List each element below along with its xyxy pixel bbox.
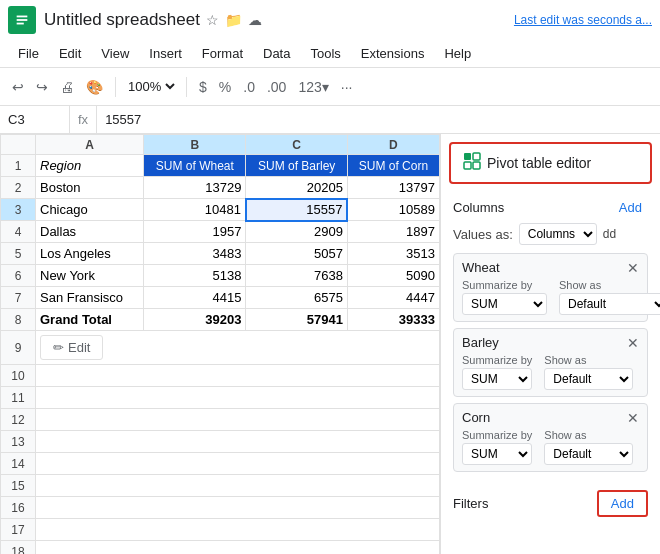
- barley-summarize-select[interactable]: SUM AVG: [462, 368, 532, 390]
- menu-tools[interactable]: Tools: [300, 43, 350, 64]
- doc-title[interactable]: Untitled spreadsheet: [44, 10, 200, 30]
- col-header-b[interactable]: B: [144, 135, 246, 155]
- menu-insert[interactable]: Insert: [139, 43, 192, 64]
- currency-button[interactable]: $: [195, 77, 211, 97]
- row-num-8[interactable]: 8: [1, 309, 36, 331]
- corn-close-button[interactable]: ✕: [627, 411, 639, 425]
- filters-add-button[interactable]: Add: [597, 490, 648, 517]
- menu-help[interactable]: Help: [434, 43, 481, 64]
- cell-b7[interactable]: 4415: [144, 287, 246, 309]
- decimal-decrease-button[interactable]: .0: [239, 77, 259, 97]
- wheat-card: Wheat ✕ Summarize by SUM AVG COUNT Show …: [453, 253, 648, 322]
- menu-extensions[interactable]: Extensions: [351, 43, 435, 64]
- col-header-d[interactable]: D: [347, 135, 439, 155]
- menu-edit[interactable]: Edit: [49, 43, 91, 64]
- menu-data[interactable]: Data: [253, 43, 300, 64]
- corn-card-body: Summarize by SUM AVG Show as Default % o…: [462, 429, 639, 465]
- formula-bar: C3 fx 15557: [0, 106, 660, 134]
- undo-button[interactable]: ↩: [8, 77, 28, 97]
- cell-d1[interactable]: SUM of Corn: [347, 155, 439, 177]
- wheat-close-button[interactable]: ✕: [627, 261, 639, 275]
- cell-b5[interactable]: 3483: [144, 243, 246, 265]
- cell-d2[interactable]: 13797: [347, 177, 439, 199]
- cell-c3[interactable]: 15557: [246, 199, 347, 221]
- row-num-1[interactable]: 1: [1, 155, 36, 177]
- name-box[interactable]: C3: [0, 106, 70, 133]
- col-header-a[interactable]: A: [36, 135, 144, 155]
- cell-a7[interactable]: San Fransisco: [36, 287, 144, 309]
- row-num-7[interactable]: 7: [1, 287, 36, 309]
- toolbar-separator-2: [186, 77, 187, 97]
- menu-file[interactable]: File: [8, 43, 49, 64]
- more-formats-button[interactable]: 123▾: [294, 77, 332, 97]
- cell-b8[interactable]: 39203: [144, 309, 246, 331]
- cell-d6[interactable]: 5090: [347, 265, 439, 287]
- corn-summarize-label: Summarize by: [462, 429, 532, 441]
- table-row: 14: [1, 453, 440, 475]
- cell-a8[interactable]: Grand Total: [36, 309, 144, 331]
- folder-icon[interactable]: 📁: [225, 12, 242, 28]
- wheat-show-group: Show as Default % of row % of column: [559, 279, 660, 315]
- menu-view[interactable]: View: [91, 43, 139, 64]
- corn-show-select[interactable]: Default % of row: [544, 443, 633, 465]
- more-toolbar-button[interactable]: ···: [337, 77, 357, 97]
- cell-b3[interactable]: 10481: [144, 199, 246, 221]
- table-row: 4 Dallas 1957 2909 1897: [1, 221, 440, 243]
- last-edit-link[interactable]: Last edit was seconds a...: [514, 13, 652, 27]
- row-num-2[interactable]: 2: [1, 177, 36, 199]
- cell-a6[interactable]: New York: [36, 265, 144, 287]
- row-num-6[interactable]: 6: [1, 265, 36, 287]
- paint-format-button[interactable]: 🎨: [82, 77, 107, 97]
- star-icon[interactable]: ☆: [206, 12, 219, 28]
- cell-c8[interactable]: 57941: [246, 309, 347, 331]
- values-as-select[interactable]: Columns Rows: [519, 223, 597, 245]
- cell-c7[interactable]: 6575: [246, 287, 347, 309]
- row-num-4[interactable]: 4: [1, 221, 36, 243]
- wheat-show-select[interactable]: Default % of row % of column: [559, 293, 660, 315]
- cell-d7[interactable]: 4447: [347, 287, 439, 309]
- cell-c5[interactable]: 5057: [246, 243, 347, 265]
- cell-c2[interactable]: 20205: [246, 177, 347, 199]
- wheat-summarize-group: Summarize by SUM AVG COUNT: [462, 279, 547, 315]
- cell-c6[interactable]: 7638: [246, 265, 347, 287]
- barley-show-select[interactable]: Default % of row: [544, 368, 633, 390]
- cell-b1[interactable]: SUM of Wheat: [144, 155, 246, 177]
- cell-b2[interactable]: 13729: [144, 177, 246, 199]
- table-row: 1 Region SUM of Wheat SUM of Barley SUM …: [1, 155, 440, 177]
- corn-summarize-select[interactable]: SUM AVG: [462, 443, 532, 465]
- zoom-select[interactable]: 100% 75% 50%: [124, 78, 178, 95]
- cell-b4[interactable]: 1957: [144, 221, 246, 243]
- corn-card: Corn ✕ Summarize by SUM AVG Show as: [453, 403, 648, 472]
- cell-a3[interactable]: Chicago: [36, 199, 144, 221]
- cell-a2[interactable]: Boston: [36, 177, 144, 199]
- edit-button[interactable]: ✏ Edit: [40, 335, 103, 360]
- print-button[interactable]: 🖨: [56, 77, 78, 97]
- cell-d8[interactable]: 39333: [347, 309, 439, 331]
- cell-a1[interactable]: Region: [36, 155, 144, 177]
- row-num-5[interactable]: 5: [1, 243, 36, 265]
- row-num-3[interactable]: 3: [1, 199, 36, 221]
- cell-d4[interactable]: 1897: [347, 221, 439, 243]
- cell-c1[interactable]: SUM of Barley: [246, 155, 347, 177]
- cell-a5[interactable]: Los Angeles: [36, 243, 144, 265]
- table-row: 13: [1, 431, 440, 453]
- toolbar: ↩ ↪ 🖨 🎨 100% 75% 50% $ % .0 .00 123▾ ···: [0, 68, 660, 106]
- percent-button[interactable]: %: [215, 77, 235, 97]
- cell-a4[interactable]: Dallas: [36, 221, 144, 243]
- columns-add-button[interactable]: Add: [613, 198, 648, 217]
- app-icon: [8, 6, 36, 34]
- menu-format[interactable]: Format: [192, 43, 253, 64]
- menu-bar: File Edit View Insert Format Data Tools …: [0, 40, 660, 68]
- corn-card-header: Corn ✕: [462, 410, 639, 425]
- cell-d3[interactable]: 10589: [347, 199, 439, 221]
- redo-button[interactable]: ↪: [32, 77, 52, 97]
- wheat-summarize-select[interactable]: SUM AVG COUNT: [462, 293, 547, 315]
- cell-b6[interactable]: 5138: [144, 265, 246, 287]
- columns-label: Columns: [453, 200, 504, 215]
- cell-c4[interactable]: 2909: [246, 221, 347, 243]
- barley-close-button[interactable]: ✕: [627, 336, 639, 350]
- cell-d5[interactable]: 3513: [347, 243, 439, 265]
- decimal-increase-button[interactable]: .00: [263, 77, 290, 97]
- cloud-icon[interactable]: ☁: [248, 12, 262, 28]
- col-header-c[interactable]: C: [246, 135, 347, 155]
